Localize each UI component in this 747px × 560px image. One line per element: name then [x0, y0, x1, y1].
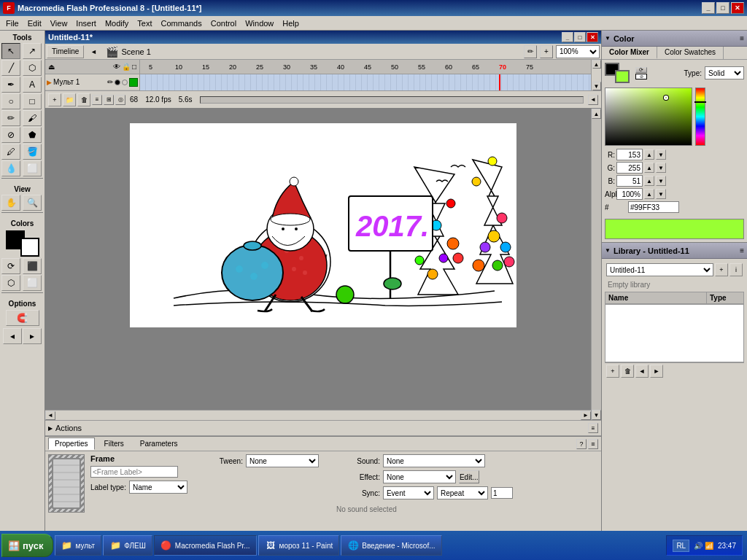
option-2[interactable]: ▸ — [23, 328, 42, 344]
menu-text[interactable]: Text — [133, 18, 156, 29]
no-color-btn[interactable]: ⊘ — [635, 74, 647, 79]
timeline-prev-btn[interactable]: ◄ — [87, 45, 100, 58]
lib-prev-btn[interactable]: ◄ — [635, 365, 649, 378]
tool-brush[interactable]: 🖌 — [23, 110, 42, 126]
canvas-scroll-left[interactable]: ◄ — [45, 411, 55, 420]
tool-line[interactable]: ╱ — [1, 60, 20, 76]
actions-menu-btn[interactable]: ≡ — [588, 423, 598, 433]
maximize-button[interactable]: □ — [716, 2, 729, 14]
doc-close-btn[interactable]: ✕ — [587, 32, 598, 42]
lock-icon[interactable]: 🔒 — [122, 63, 131, 71]
layer-name[interactable]: Мульт 1 — [53, 78, 80, 86]
tool-ink-bottle[interactable]: 🖊 — [1, 144, 20, 160]
menu-modify[interactable]: Modify — [101, 18, 133, 29]
timeline-scroll-down[interactable]: ▼ — [592, 82, 601, 90]
library-select[interactable]: Untitled-11 — [606, 263, 713, 276]
swap-colors-btn[interactable]: ⟳ — [635, 67, 647, 73]
timeline-tab[interactable]: Timeline — [47, 45, 84, 58]
b-up-btn[interactable]: ▲ — [644, 176, 654, 186]
layer-visible-dot[interactable] — [115, 79, 120, 85]
menu-insert[interactable]: Insert — [71, 18, 101, 29]
canvas-area[interactable]: 2017. — [45, 109, 601, 420]
tool-free-transform[interactable]: ⊘ — [1, 127, 20, 143]
b-down-btn[interactable]: ▼ — [656, 176, 666, 186]
g-down-btn[interactable]: ▼ — [656, 163, 666, 173]
frame-label-input[interactable] — [90, 466, 178, 478]
outline-icon[interactable]: □ — [132, 63, 136, 71]
start-button[interactable]: 🪟 пуск — [1, 534, 53, 557]
type-select[interactable]: Solid Linear Radial Bitmap — [705, 66, 744, 79]
effect-select[interactable]: None — [383, 470, 456, 483]
tween-select[interactable]: None Motion Shape — [246, 454, 319, 467]
canvas-scroll-right[interactable]: ► — [581, 411, 591, 420]
tool-stroke-none[interactable]: ⬡ — [1, 275, 20, 291]
tool-fill-none[interactable]: ⬜ — [23, 275, 42, 291]
tab-properties[interactable]: Properties — [48, 438, 95, 450]
menu-help[interactable]: Help — [278, 18, 303, 29]
delete-layer-btn[interactable]: 🗑 — [77, 93, 90, 106]
doc-minimize-btn[interactable]: _ — [562, 32, 573, 42]
label-type-select[interactable]: Name — [129, 481, 187, 494]
r-down-btn[interactable]: ▼ — [656, 149, 666, 160]
option-1[interactable]: ◂ — [3, 328, 22, 344]
tab-color-swatches[interactable]: Color Swatches — [657, 47, 724, 59]
tool-fill-transform[interactable]: ⬟ — [23, 127, 42, 143]
taskbar-item-paint[interactable]: 🖼 мороз 11 - Paint — [258, 535, 340, 556]
tool-hand[interactable]: ✋ — [1, 195, 20, 211]
new-layer-btn[interactable]: + — [48, 93, 61, 106]
zoom-select[interactable]: 100% 50% 25% 200% — [556, 45, 600, 58]
lib-props-btn[interactable]: i — [729, 263, 743, 276]
add-layer-btn[interactable]: + — [540, 45, 553, 58]
tool-zoom[interactable]: 🔍 — [23, 195, 42, 211]
taskbar-item-ie[interactable]: 🌐 Введение - Microsof... — [341, 535, 441, 556]
timeline-menu-btn[interactable]: ◄ — [588, 95, 598, 105]
timeline-onion-btn[interactable]: ◎ — [115, 95, 125, 105]
timeline-grid-btn[interactable]: ⊞ — [104, 95, 114, 105]
tab-color-mixer[interactable]: Color Mixer — [602, 47, 657, 59]
canvas-hscroll[interactable]: ◄ ► — [45, 410, 591, 420]
menu-commands[interactable]: Commands — [156, 18, 206, 29]
tool-default-colors[interactable]: ⬛ — [23, 258, 42, 274]
alpha-down-btn[interactable]: ▼ — [656, 189, 666, 199]
canvas-vscroll[interactable]: ▲ ▼ — [591, 109, 601, 420]
sync-select[interactable]: Event Start Stop Stream — [383, 486, 434, 499]
option-snap[interactable]: 🧲 — [6, 310, 39, 326]
menu-edit[interactable]: Edit — [23, 18, 46, 29]
tool-rect[interactable]: □ — [23, 93, 42, 109]
r-up-btn[interactable]: ▲ — [644, 149, 654, 160]
tool-text[interactable]: A — [23, 77, 42, 93]
color-panel-menu-btn[interactable]: ≡ — [740, 34, 744, 42]
tool-subselect[interactable]: ↗ — [23, 43, 42, 59]
doc-restore-btn[interactable]: □ — [574, 32, 586, 42]
lib-new-btn[interactable]: + — [715, 263, 728, 276]
timeline-frames-area[interactable] — [140, 74, 591, 90]
layer-color-box[interactable] — [129, 78, 138, 87]
tool-lasso[interactable]: ⬡ — [23, 60, 42, 76]
menu-view[interactable]: View — [46, 18, 72, 29]
tool-select[interactable]: ↖ — [1, 43, 20, 59]
tab-filters[interactable]: Filters — [98, 438, 131, 450]
timeline-scroll-horiz[interactable] — [200, 96, 584, 104]
tool-oval[interactable]: ○ — [1, 93, 20, 109]
close-button[interactable]: ✕ — [731, 2, 744, 14]
add-layer-folder-btn[interactable]: 📁 — [63, 93, 76, 106]
lib-delete-btn[interactable]: 🗑 — [621, 365, 634, 378]
menu-control[interactable]: Control — [206, 18, 241, 29]
layer-lock-dot[interactable] — [122, 79, 128, 85]
props-menu-btn[interactable]: ≡ — [588, 439, 598, 449]
menu-window[interactable]: Window — [241, 18, 278, 29]
edit-scene-btn[interactable]: ✏ — [524, 45, 537, 58]
tool-paint-bucket[interactable]: 🪣 — [23, 144, 42, 160]
alpha-up-btn[interactable]: ▲ — [644, 189, 654, 199]
tab-parameters[interactable]: Parameters — [133, 438, 185, 450]
lib-next-btn[interactable]: ► — [650, 365, 663, 378]
tool-eyedropper[interactable]: 💧 — [1, 160, 20, 176]
taskbar-item-flesh[interactable]: 📁 ФЛЕШ — [103, 535, 152, 556]
color-hue-slider[interactable] — [695, 88, 705, 146]
hex-input[interactable] — [628, 201, 679, 213]
taskbar-item-mult[interactable]: 📁 мульт — [55, 535, 102, 556]
g-up-btn[interactable]: ▲ — [644, 163, 654, 173]
sound-select[interactable]: None — [383, 454, 485, 467]
lib-add-btn[interactable]: + — [606, 365, 619, 378]
fill-color-box[interactable] — [20, 238, 39, 257]
